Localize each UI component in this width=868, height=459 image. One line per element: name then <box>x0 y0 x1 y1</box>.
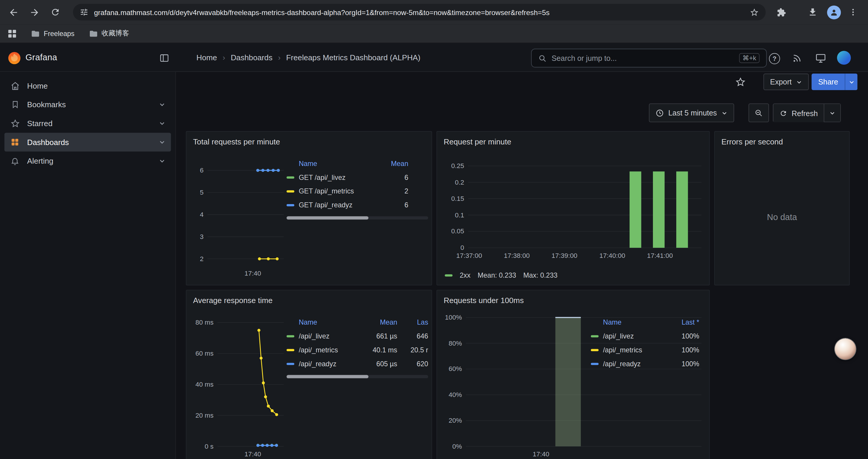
y-axis-tick: 80 ms <box>191 318 214 327</box>
legend-header[interactable]: Mean <box>370 319 397 326</box>
legend-row[interactable]: /api/_livez661 µs646 <box>286 329 428 343</box>
share-menu-chevron[interactable] <box>845 73 857 90</box>
chevron-down-icon[interactable] <box>159 158 165 164</box>
browser-profile-avatar[interactable] <box>826 4 841 20</box>
x-axis-tick: 17:40 <box>231 269 275 277</box>
bell-icon <box>9 157 20 165</box>
search-input[interactable]: Search or jump to... ⌘+k <box>531 49 767 68</box>
time-range-label: Last 5 minutes <box>668 109 717 117</box>
sidebar-item-label: Alerting <box>27 157 54 165</box>
url-bar[interactable]: grafana.mathmast.com/d/deytv4rwavabkb/fr… <box>73 4 766 21</box>
search-shortcut: ⌘+k <box>739 53 760 63</box>
legend-row[interactable]: GET /api/_readyz6 <box>286 198 428 212</box>
panel-title[interactable]: Errors per second <box>721 137 783 146</box>
bookmark-item[interactable]: 收藏博客 <box>89 29 129 38</box>
chevron-down-icon <box>796 79 802 85</box>
panel-title[interactable]: Requests under 100ms <box>444 296 524 305</box>
chevron-down-icon[interactable] <box>159 139 165 145</box>
series-swatch <box>286 176 294 178</box>
time-range-picker[interactable]: Last 5 minutes <box>649 103 734 122</box>
series-name: /api/_metrics <box>299 346 370 354</box>
timeseries-chart[interactable]: 80 ms60 ms40 ms20 ms0 s17:40 <box>191 316 286 459</box>
x-axis-tick: 17:39:00 <box>542 251 587 260</box>
legend-header-name[interactable]: Name <box>299 160 378 167</box>
downloads-icon[interactable] <box>805 4 820 20</box>
series-name: /api/_livez <box>603 332 673 340</box>
legend-scrollbar[interactable] <box>286 375 428 379</box>
panel-title[interactable]: Request per minute <box>444 137 512 146</box>
timeseries-chart[interactable]: 6543217:40 <box>191 158 286 279</box>
scrollbar-thumb[interactable] <box>286 375 369 379</box>
sidebar-item-bookmarks[interactable]: Bookmarks <box>4 95 171 114</box>
sidebar-item-home[interactable]: Home <box>4 76 171 95</box>
series-value: 100% <box>673 360 699 367</box>
series-value: 40.1 ms <box>370 346 397 354</box>
screen: grafana.mathmast.com/d/deytv4rwavabkb/fr… <box>0 0 868 459</box>
star-icon <box>9 119 20 128</box>
export-button[interactable]: Export <box>764 73 809 90</box>
sidebar-item-dashboards[interactable]: Dashboards <box>4 133 171 152</box>
back-icon[interactable] <box>6 4 21 20</box>
zoom-out-button[interactable] <box>749 103 769 122</box>
apps-grid-icon[interactable] <box>8 29 17 38</box>
refresh-button[interactable]: Refresh <box>773 103 825 122</box>
bookmark-star-icon[interactable] <box>749 7 759 17</box>
series-value: 100% <box>673 346 699 354</box>
legend-header-name[interactable]: Name <box>299 319 370 326</box>
dock-menu-icon[interactable] <box>159 53 169 63</box>
legend-scrollbar[interactable] <box>286 216 428 220</box>
swatch-spacer <box>286 163 294 165</box>
scrollbar-thumb[interactable] <box>286 216 369 220</box>
site-settings-icon[interactable] <box>80 8 89 17</box>
series-value: 646 <box>397 332 428 340</box>
panel-title[interactable]: Total requests per minute <box>193 137 280 146</box>
news-rss-icon[interactable] <box>792 54 802 63</box>
breadcrumb-separator: › <box>278 53 281 62</box>
sidebar-item-alerting[interactable]: Alerting <box>4 152 171 170</box>
reload-icon[interactable] <box>48 4 63 20</box>
legend-row[interactable]: GET /api/_metrics2 <box>286 184 428 198</box>
legend-header-name[interactable]: Name <box>603 319 673 326</box>
browser-toolbar: grafana.mathmast.com/d/deytv4rwavabkb/fr… <box>0 0 868 24</box>
search-icon <box>538 54 547 62</box>
panel-requests-under-100ms: Requests under 100ms 100%80%60%40%20%0%1… <box>436 290 710 459</box>
chart-canvas <box>441 158 706 267</box>
legend-row[interactable]: /api/_readyz605 µs620 <box>286 357 428 371</box>
chevron-down-icon[interactable] <box>159 101 165 108</box>
legend-row[interactable]: /api/_readyz100% <box>591 357 699 371</box>
grafana-logo[interactable] <box>8 52 21 65</box>
extensions-icon[interactable] <box>773 4 789 20</box>
series-value: 661 µs <box>370 332 397 340</box>
sidebar-item-starred[interactable]: Starred <box>4 114 171 133</box>
browser-menu-icon[interactable] <box>845 4 861 20</box>
legend-row[interactable]: /api/_livez100% <box>591 329 699 343</box>
series-value: 100% <box>673 332 699 340</box>
chevron-down-icon[interactable] <box>159 120 165 126</box>
y-axis-tick: 20 ms <box>191 411 214 420</box>
series-swatch <box>286 190 294 192</box>
panel-title[interactable]: Average response time <box>193 296 273 305</box>
favorite-star-icon[interactable] <box>735 77 746 88</box>
legend-header[interactable]: Mean <box>378 160 408 167</box>
assistant-avatar[interactable] <box>835 338 856 359</box>
user-avatar[interactable] <box>837 51 851 65</box>
share-button[interactable]: Share <box>812 73 845 90</box>
monitor-icon[interactable] <box>815 54 826 63</box>
refresh-interval-chevron[interactable] <box>825 103 841 122</box>
bar-chart[interactable]: 0.250.20.150.10.05017:37:0017:38:0017:39… <box>441 158 706 267</box>
help-icon[interactable]: ? <box>769 53 780 64</box>
legend-row[interactable]: /api/_metrics40.1 ms20.5 r <box>286 343 428 357</box>
series-swatch <box>286 335 294 337</box>
series-mean: Mean: 0.233 <box>478 271 516 279</box>
series-stats-legend[interactable]: 2xx Mean: 0.233 Max: 0.233 <box>445 271 558 279</box>
legend-header[interactable]: Las <box>397 319 428 326</box>
folder-icon <box>89 29 98 38</box>
sidebar-item-label: Bookmarks <box>27 100 66 109</box>
bookmark-item[interactable]: Freeleaps <box>31 29 74 38</box>
breadcrumb-dashboards[interactable]: Dashboards <box>231 53 272 62</box>
legend-header[interactable]: Last * <box>673 319 699 326</box>
legend-row[interactable]: /api/_metrics100% <box>591 343 699 357</box>
legend-row[interactable]: GET /api/_livez6 <box>286 170 428 184</box>
forward-icon[interactable] <box>27 4 42 20</box>
breadcrumb-home[interactable]: Home <box>196 53 217 62</box>
